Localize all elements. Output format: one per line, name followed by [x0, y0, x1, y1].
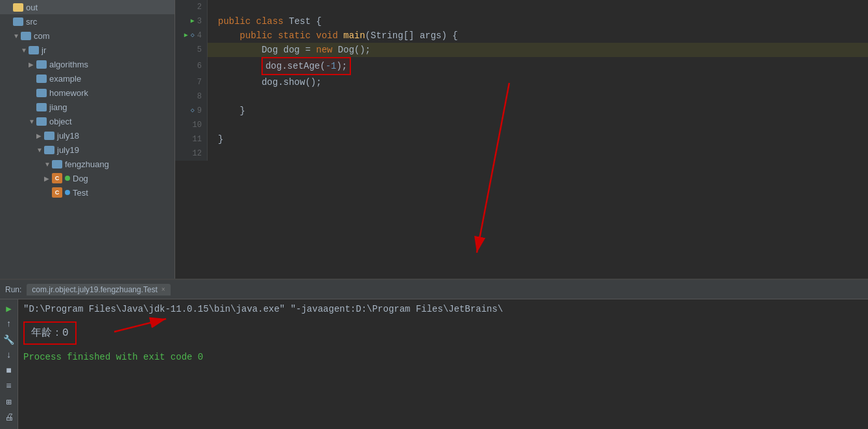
- line-num-6: 6: [197, 59, 202, 73]
- console-tab[interactable]: com.jr.object.july19.fengzhuang.Test ×: [27, 284, 170, 296]
- folder-icon-homework: [36, 89, 47, 97]
- sidebar-item-test[interactable]: C Test: [0, 185, 175, 200]
- setage-box: dog.setAge(-1);: [261, 57, 351, 75]
- label-src: src: [26, 17, 37, 27]
- code-line-6: 6 dog.setAge(-1);: [175, 57, 868, 75]
- code-line-10: 10: [175, 118, 868, 132]
- arrow-dog: [44, 175, 52, 182]
- token-void-4: void: [316, 29, 343, 43]
- label-july19: july19: [57, 145, 79, 155]
- sidebar-item-jr[interactable]: jr: [0, 43, 175, 57]
- line-num-9: 9: [197, 104, 202, 118]
- label-out: out: [26, 3, 38, 12]
- line-num-12: 12: [193, 146, 202, 161]
- token-new-5: new: [316, 43, 338, 57]
- code-content-11: }: [208, 132, 223, 146]
- badge-dog: [65, 176, 70, 181]
- token-dog-5: Dog dog =: [218, 43, 316, 57]
- sidebar-item-july18[interactable]: july18: [0, 128, 175, 143]
- token-string-4: String: [370, 29, 403, 43]
- label-algorithms: algorithms: [49, 60, 88, 69]
- file-icon-dog: C: [52, 173, 62, 183]
- folder-icon-july18: [44, 132, 54, 140]
- sidebar-item-src[interactable]: src: [0, 14, 175, 29]
- sidebar-item-object[interactable]: object: [0, 114, 175, 128]
- code-editor[interactable]: 2 ▶ 3 public class Test { ▶ ◇ 4 public s…: [175, 0, 868, 279]
- sidebar-item-dog[interactable]: C Dog: [0, 171, 175, 185]
- down-button[interactable]: ↓: [3, 349, 16, 362]
- code-line-12: 12: [175, 146, 868, 161]
- print-button[interactable]: 🖨: [3, 411, 16, 424]
- line-num-10: 10: [193, 118, 202, 132]
- folder-icon-src: [13, 17, 23, 26]
- sidebar-item-algorithms[interactable]: algorithms: [0, 57, 175, 71]
- gutter-3: ▶ 3: [175, 14, 208, 29]
- svg-line-3: [114, 319, 166, 332]
- token-dog-method-6: dog.setAge(: [265, 61, 325, 71]
- wrench-button[interactable]: 🔧: [3, 333, 16, 346]
- line-num-2: 2: [197, 0, 202, 14]
- token-final-brace-11: }: [218, 132, 223, 146]
- stop-button[interactable]: ■: [3, 364, 16, 377]
- gutter-7: 7: [175, 75, 208, 89]
- folder-icon-jiang: [36, 103, 47, 111]
- gutter-2: 2: [175, 0, 208, 14]
- tab-title: com.jr.object.july19.fengzhuang.Test: [32, 285, 157, 294]
- label-object: object: [49, 117, 72, 126]
- arrow-fengzhuang: [44, 161, 52, 168]
- sidebar-item-july19[interactable]: july19: [0, 143, 175, 157]
- gutter-4: ▶ ◇ 4: [175, 29, 208, 43]
- folder-icon-object: [36, 117, 47, 126]
- file-tree: out src com jr algorithms: [0, 0, 175, 279]
- console-body: ▶ ↑ 🔧 ↓ ■ ≡ ⊞ 🖨 "D:\Program Files\Java\j…: [0, 299, 868, 429]
- cmd-line: "D:\Program Files\Java\jdk-11.0.15\bin\j…: [23, 302, 863, 316]
- token-public-3: public: [218, 14, 256, 29]
- close-tab-button[interactable]: ×: [162, 286, 165, 293]
- gutter-8: 8: [175, 89, 208, 104]
- console-area: Run: com.jr.object.july19.fengzhuang.Tes…: [0, 279, 868, 429]
- token-static-4: static: [278, 29, 316, 43]
- file-icon-test: C: [52, 187, 62, 198]
- token-args-4: [] args) {: [404, 29, 458, 43]
- bookmark-9: ◇: [191, 104, 195, 118]
- arrow-jr: [21, 47, 29, 54]
- sidebar-item-fengzhuang[interactable]: fengzhuang: [0, 157, 175, 171]
- arrow-com: [13, 32, 21, 40]
- token-close-6: );: [336, 61, 347, 71]
- gutter-6: 6: [175, 57, 208, 75]
- output-row: 年龄：0: [23, 319, 863, 347]
- arrow-july18: [36, 132, 44, 139]
- code-line-4: ▶ ◇ 4 public static void main(String[] a…: [175, 29, 868, 43]
- console-arrow: [108, 312, 186, 351]
- sidebar-item-jiang[interactable]: jiang: [0, 100, 175, 114]
- code-content-6: dog.setAge(-1);: [208, 57, 351, 75]
- folder-icon-jr: [29, 46, 39, 54]
- run-arrow-3: ▶: [191, 14, 195, 29]
- token-close-brace-9: }: [218, 104, 245, 118]
- token-rest-3: Test {: [289, 14, 321, 29]
- label-july18: july18: [57, 131, 79, 141]
- sidebar-item-com[interactable]: com: [0, 29, 175, 43]
- run-button[interactable]: ▶: [3, 302, 16, 315]
- token-neg1-6: -1: [326, 61, 337, 71]
- arrow-algorithms: [29, 61, 36, 68]
- grid-button[interactable]: ⊞: [3, 395, 16, 408]
- label-test: Test: [73, 188, 88, 198]
- gutter-10: 10: [175, 118, 208, 132]
- token-show-7: dog.show();: [218, 75, 322, 89]
- token-class-3: class: [256, 14, 289, 29]
- sidebar-item-example[interactable]: example: [0, 71, 175, 86]
- console-toolbar: ▶ ↑ 🔧 ↓ ■ ≡ ⊞ 🖨: [0, 299, 18, 429]
- code-line-3: ▶ 3 public class Test {: [175, 14, 868, 29]
- up-button[interactable]: ↑: [3, 318, 16, 330]
- folder-icon-july19: [44, 146, 54, 154]
- code-line-7: 7 dog.show();: [175, 75, 868, 89]
- line-num-7: 7: [197, 75, 202, 89]
- lines-button[interactable]: ≡: [3, 380, 16, 393]
- code-line-9: ◇ 9 }: [175, 104, 868, 118]
- sidebar-item-homework[interactable]: homework: [0, 86, 175, 100]
- sidebar-item-out[interactable]: out: [0, 0, 175, 14]
- code-line-2: 2: [175, 0, 868, 14]
- code-line-8: 8: [175, 89, 868, 104]
- label-homework: homework: [49, 88, 88, 98]
